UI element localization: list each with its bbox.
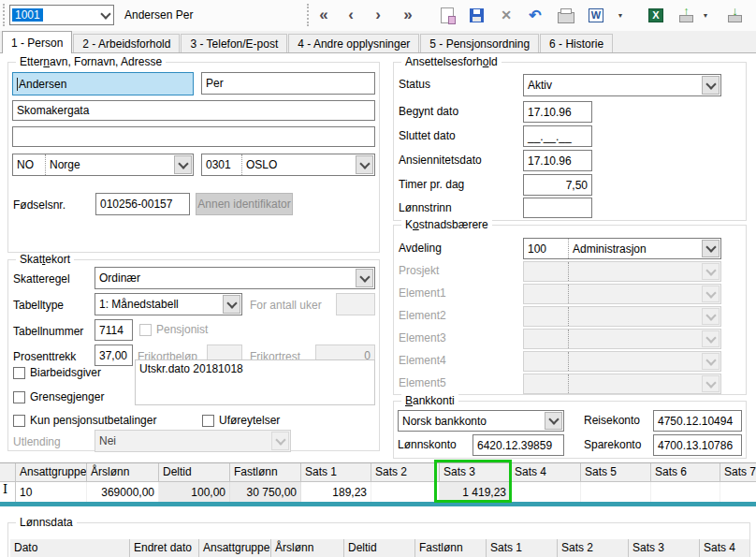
- grid-divider-bar: [0, 502, 756, 506]
- element4-label: Element4: [399, 354, 446, 367]
- skatteregel-combo[interactable]: Ordinær: [94, 267, 375, 289]
- column-header: Sats 4: [700, 539, 749, 557]
- cell-deltid[interactable]: 100,00: [159, 482, 230, 502]
- cell-sats3[interactable]: 1 419,23: [440, 482, 511, 502]
- uforeytelser-checkbox[interactable]: Uføreytelser: [202, 414, 280, 427]
- previous-record-icon[interactable]: ‹: [344, 6, 357, 24]
- element4-combo: [523, 351, 721, 372]
- avdeling-combo[interactable]: 100 Administrasjon: [523, 238, 721, 259]
- grensegjenger-checkbox[interactable]: Grensegjenger: [13, 390, 104, 403]
- chevron-down-icon: [702, 308, 720, 325]
- undo-icon[interactable]: ↶: [527, 6, 544, 24]
- column-header: Endret dato: [130, 539, 199, 557]
- chevron-down-icon[interactable]: [702, 76, 720, 95]
- cell-sats1[interactable]: 189,23: [301, 482, 371, 502]
- chevron-down-icon[interactable]: [545, 412, 562, 430]
- tab-person[interactable]: 1 - Person: [2, 31, 72, 53]
- chevron-down-icon[interactable]: [102, 13, 109, 18]
- firstname-field[interactable]: Per: [201, 72, 375, 95]
- lonnskonto-field[interactable]: 6420.12.39859: [472, 434, 564, 456]
- column-header: Ansattgruppe: [16, 463, 87, 481]
- toolbar-gripper[interactable]: [3, 4, 7, 26]
- kostnadsbarere-group-label: Kostnadsbærere: [401, 218, 492, 231]
- row-selector-header: [0, 463, 16, 481]
- employee-id-combo[interactable]: 1001: [9, 5, 114, 25]
- toolbar-gripper-2[interactable]: [307, 4, 312, 26]
- skatteregel-label: Skatteregel: [13, 272, 70, 286]
- sparekonto-field[interactable]: 4700.13.10786: [653, 434, 742, 456]
- tab-arbeidsforhold[interactable]: 2 - Arbeidsforhold: [73, 34, 180, 53]
- utskrift-dato-memo: Utskr.dato 20181018: [135, 359, 375, 405]
- bankkonti-group-label: Bankkonti: [401, 394, 458, 407]
- status-combo[interactable]: Aktiv: [523, 74, 721, 96]
- reisekonto-field[interactable]: 4750.12.10494: [653, 410, 742, 432]
- cell-ansattgruppe[interactable]: 10: [16, 482, 87, 502]
- lastname-field[interactable]: Andersen: [12, 72, 194, 95]
- ansiennitetsdato-field[interactable]: 17.10.96: [523, 150, 592, 171]
- cell-sats6[interactable]: [651, 482, 720, 502]
- print-icon[interactable]: [558, 6, 574, 24]
- name-address-group: Etternavn, Fornavn, Adresse Andersen Per…: [7, 62, 380, 253]
- chevron-down-icon[interactable]: [356, 155, 373, 174]
- import-down-icon[interactable]: ↓: [727, 6, 743, 24]
- cell-sats7[interactable]: [720, 482, 756, 502]
- chevron-down-icon[interactable]: [174, 155, 192, 174]
- ansiennitetsdato-label: Ansiennitetsdato: [399, 154, 482, 167]
- chevron-down-icon: [271, 432, 289, 450]
- begynt-dato-field[interactable]: 17.10.96: [523, 101, 592, 123]
- cell-sats5[interactable]: [581, 482, 651, 502]
- utlending-combo: Nei: [94, 430, 291, 452]
- chevron-down-icon[interactable]: [223, 295, 240, 314]
- tab-historie[interactable]: 6 - Historie: [540, 34, 613, 53]
- sluttet-dato-field[interactable]: __.__.__: [523, 125, 592, 147]
- chevron-down-icon[interactable]: [356, 269, 373, 287]
- column-header: Sats 5: [581, 463, 651, 481]
- cell-fastlonn[interactable]: 30 750,00: [230, 482, 301, 502]
- biarbeidsgiver-checkbox[interactable]: Biarbeidsgiver: [13, 366, 101, 379]
- address-line2-field[interactable]: [12, 126, 375, 147]
- export-dropdown-icon[interactable]: ▼: [700, 6, 711, 24]
- timer-pr-dag-field[interactable]: 7,50: [523, 174, 592, 196]
- cell-sats4[interactable]: [511, 482, 581, 502]
- column-header: Sats 7: [720, 463, 756, 481]
- prosenttrekk-field[interactable]: 37,00: [94, 344, 133, 366]
- cell-sats2[interactable]: [371, 482, 440, 502]
- word-export-dropdown-icon[interactable]: ▼: [615, 6, 626, 24]
- payroll-person-window: 1001 Andersen Per « ‹ › » ✕ ↶ W ▼ X ↑ ▼ …: [0, 0, 756, 557]
- element3-label: Element3: [399, 331, 446, 344]
- export-up-icon[interactable]: ↑: [678, 6, 694, 24]
- new-record-icon[interactable]: [440, 6, 455, 24]
- tab-andre-opplysninger[interactable]: 4 - Andre opplysninger: [288, 34, 419, 53]
- chevron-down-icon[interactable]: [702, 240, 720, 257]
- kun-pensjonsutbetalinger-checkbox[interactable]: Kun pensjonsutbetalinger: [13, 414, 156, 427]
- skattekort-group-label: Skattekort: [16, 253, 74, 266]
- address-line1-field[interactable]: Skomakergata: [12, 100, 375, 121]
- word-export-icon[interactable]: W: [589, 6, 603, 24]
- timer-pr-dag-label: Timer pr. dag: [399, 178, 464, 191]
- last-record-icon[interactable]: »: [399, 6, 417, 24]
- column-header: Sats 1: [487, 539, 558, 557]
- bankkonto-type-combo[interactable]: Norsk bankkonto: [398, 410, 564, 432]
- element3-combo: [523, 329, 721, 349]
- cell-arslonn[interactable]: 369000,00: [87, 482, 159, 502]
- tab-pensjonsordning[interactable]: 5 - Pensjonsordning: [420, 34, 539, 53]
- postal-combo[interactable]: 0301 OSLO: [201, 154, 375, 176]
- delete-icon[interactable]: ✕: [499, 6, 514, 24]
- begynt-dato-label: Begynt dato: [399, 105, 458, 118]
- column-header: Deltid: [344, 539, 415, 557]
- fodselsnr-field[interactable]: 010256-00157: [95, 193, 190, 215]
- name-address-group-label: Etternavn, Fornavn, Adresse: [16, 55, 166, 68]
- salary-grid: Ansattgruppe Årslønn Deltid Fastlønn Sat…: [0, 462, 756, 502]
- salary-grid-row[interactable]: I 10 369000,00 100,00 30 750,00 189,23 1…: [0, 482, 756, 502]
- salary-grid-header: Ansattgruppe Årslønn Deltid Fastlønn Sat…: [0, 463, 756, 482]
- column-header: Sats 6: [651, 463, 720, 481]
- save-icon[interactable]: [469, 6, 484, 24]
- first-record-icon[interactable]: «: [314, 6, 333, 24]
- country-combo[interactable]: NO Norge: [12, 154, 194, 176]
- next-record-icon[interactable]: ›: [371, 6, 385, 24]
- excel-export-icon[interactable]: X: [648, 6, 663, 24]
- tabelltype-combo[interactable]: 1: Månedstabell: [94, 293, 242, 315]
- lonnstrinn-field[interactable]: [523, 198, 592, 218]
- tabellnummer-field[interactable]: 7114: [94, 319, 133, 341]
- tab-telefon-epost[interactable]: 3 - Telefon/E-post: [181, 34, 287, 53]
